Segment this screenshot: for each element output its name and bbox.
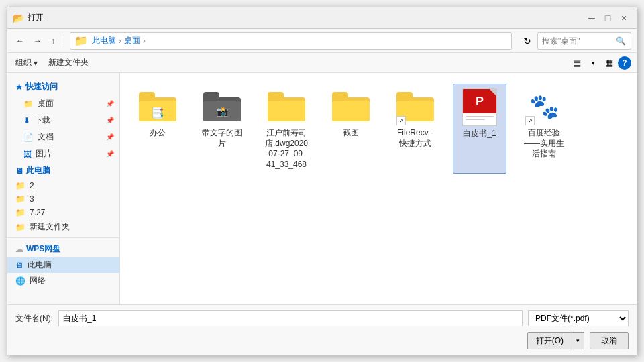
- folder-icon: 📁: [23, 99, 34, 109]
- filerecv-icon: ↗: [396, 88, 434, 125]
- sidebar-wps-header[interactable]: ☁ WPS网盘: [7, 241, 119, 257]
- doc-icon: 📄: [23, 133, 34, 142]
- pc-icon: 🖥: [15, 261, 23, 270]
- whitebook-label: 白皮书_1: [463, 129, 496, 139]
- action-row: 打开(O) ▾ 取消: [15, 332, 629, 349]
- window-controls: ─ □ ×: [584, 11, 631, 25]
- file-item-baidu[interactable]: 🐾 ↗ 百度经验——实用生活指南: [517, 84, 571, 174]
- sidebar-item-download[interactable]: ⬇ 下载 📌: [7, 112, 119, 129]
- address-sep-1: ›: [119, 36, 121, 46]
- monitor-icon: 🖥: [15, 166, 23, 176]
- view-btn-2[interactable]: ▦: [602, 56, 616, 70]
- folder-shape: 📑: [139, 92, 176, 121]
- file-item-whitebook[interactable]: P 白皮书_1: [453, 84, 506, 174]
- file-item-cad[interactable]: 江户前寿司店.dwg2020-07-27_09_41_33_468: [260, 84, 313, 174]
- pin-icon: 📌: [106, 100, 114, 107]
- toolbar: ← → ↑ 📁 此电脑 › 桌面 › ↻ 🔍: [7, 29, 637, 53]
- screenshot-label: 截图: [343, 128, 359, 139]
- close-button[interactable]: ×: [616, 11, 631, 25]
- filetype-select[interactable]: PDF文件(*.pdf): [528, 310, 629, 326]
- file-item-filerecv[interactable]: ↗ FileRecv - 快捷方式: [388, 84, 442, 174]
- new-folder-button[interactable]: 新建文件夹: [46, 56, 91, 70]
- minimize-button[interactable]: ─: [584, 11, 599, 25]
- search-box[interactable]: 🔍: [537, 32, 631, 50]
- address-crumb: 此电脑 › 桌面 ›: [91, 35, 146, 46]
- dialog-title: 打开: [28, 12, 584, 23]
- folder-727-icon: 📁: [15, 208, 25, 217]
- file-item-office[interactable]: 📑 办公: [131, 84, 184, 174]
- pin-icon-2: 📌: [106, 117, 114, 124]
- open-dropdown-button[interactable]: ▾: [572, 332, 584, 349]
- sidebar-thispc-header: 🖥 此电脑: [7, 162, 119, 179]
- organize-arrow: ▾: [34, 58, 38, 68]
- text-images-label: 带文字的图片: [199, 128, 245, 149]
- search-icon: 🔍: [616, 36, 626, 46]
- network-icon: 🌐: [15, 276, 25, 286]
- open-btn-group: 打开(O) ▾: [527, 332, 584, 349]
- office-folder-icon: 📑: [139, 88, 176, 125]
- address-part-desktop[interactable]: 桌面: [123, 35, 142, 46]
- file-item-screenshot[interactable]: 截图: [324, 84, 378, 174]
- text-images-icon: 📸: [203, 88, 241, 125]
- sidebar-item-desktop[interactable]: 📁 桌面 📌: [7, 95, 119, 112]
- filerecv-label: FileRecv - 快捷方式: [392, 128, 438, 149]
- sidebar-item-docs[interactable]: 📄 文档 📌: [7, 129, 119, 145]
- refresh-button[interactable]: ↻: [520, 34, 535, 48]
- address-sep-2: ›: [143, 36, 146, 46]
- office-label: 办公: [150, 128, 166, 139]
- sidebar-folder-3[interactable]: 📁 3: [7, 192, 119, 206]
- cloud-icon: ☁: [15, 245, 23, 254]
- cancel-button[interactable]: 取消: [590, 332, 629, 349]
- organize-label: 组织: [15, 57, 32, 68]
- baidu-icon: 🐾 ↗: [525, 88, 563, 125]
- sidebar-network-item[interactable]: 🌐 网络: [7, 273, 119, 288]
- sidebar-folder-2[interactable]: 📁 2: [7, 179, 119, 192]
- pin-icon-4: 📌: [106, 150, 114, 158]
- dialog-icon: 📂: [13, 13, 23, 23]
- sidebar-thispc-item[interactable]: 🖥 此电脑: [7, 257, 119, 273]
- new-folder-label: 新建文件夹: [48, 57, 89, 68]
- pin-icon-3: 📌: [106, 133, 114, 141]
- folder-new-icon: 📁: [15, 223, 25, 232]
- main-content: ★ 快速访问 📁 桌面 📌 ⬇ 下载 📌 📄 文档 📌 🖼 图片 �: [7, 73, 637, 304]
- sidebar-divider: [7, 237, 119, 238]
- filename-row: 文件名(N): PDF文件(*.pdf): [15, 310, 629, 326]
- sidebar-item-images[interactable]: 🖼 图片 📌: [7, 145, 119, 162]
- file-area: 📑 办公 📸 带文字的图片: [120, 73, 637, 304]
- sidebar: ★ 快速访问 📁 桌面 📌 ⬇ 下载 📌 📄 文档 📌 🖼 图片 �: [7, 73, 120, 304]
- title-bar: 📂 打开 ─ □ ×: [7, 7, 637, 29]
- forward-button[interactable]: →: [30, 34, 45, 48]
- maximize-button[interactable]: □: [600, 11, 615, 25]
- baidu-label: 百度经验——实用生活指南: [521, 128, 567, 160]
- open-button[interactable]: 打开(O): [527, 332, 572, 349]
- folder-3-icon: 📁: [15, 194, 25, 204]
- cad-folder-icon: [268, 88, 305, 125]
- folder-2-icon: 📁: [15, 181, 25, 190]
- filename-label: 文件名(N):: [15, 313, 53, 324]
- screenshot-folder-icon: [332, 88, 370, 125]
- address-part-pc[interactable]: 此电脑: [91, 35, 117, 46]
- sidebar-folder-727[interactable]: 📁 7.27: [7, 206, 119, 219]
- toolbar-right: ↻ 🔍: [520, 32, 631, 50]
- sidebar-quickaccess-header: ★ 快速访问: [7, 78, 119, 95]
- download-icon: ⬇: [23, 116, 30, 125]
- search-input[interactable]: [542, 36, 616, 46]
- file-item-text-images[interactable]: 📸 带文字的图片: [195, 84, 249, 174]
- whitebook-icon: P: [461, 88, 498, 126]
- filename-input[interactable]: [58, 310, 523, 326]
- address-folder-icon: 📁: [74, 34, 88, 47]
- help-button[interactable]: ?: [618, 56, 631, 70]
- view-btn-dropdown[interactable]: ▾: [586, 56, 600, 70]
- bottom-bar: 文件名(N): PDF文件(*.pdf) 打开(O) ▾ 取消: [7, 304, 637, 355]
- sidebar-folder-new[interactable]: 📁 新建文件夹: [7, 219, 119, 235]
- toolbar-separator: [64, 34, 64, 48]
- back-button[interactable]: ←: [13, 34, 28, 48]
- organize-button[interactable]: 组织 ▾: [13, 56, 40, 70]
- subbar: 组织 ▾ 新建文件夹 ▤ ▾ ▦ ?: [7, 53, 637, 73]
- star-icon: ★: [15, 82, 23, 92]
- address-bar[interactable]: 📁 此电脑 › 桌面 ›: [70, 32, 512, 50]
- view-controls: ▤ ▾ ▦ ?: [570, 56, 631, 70]
- cad-label: 江户前寿司店.dwg2020-07-27_09_41_33_468: [264, 128, 309, 170]
- up-button[interactable]: ↑: [48, 34, 58, 48]
- view-btn-1[interactable]: ▤: [570, 56, 584, 70]
